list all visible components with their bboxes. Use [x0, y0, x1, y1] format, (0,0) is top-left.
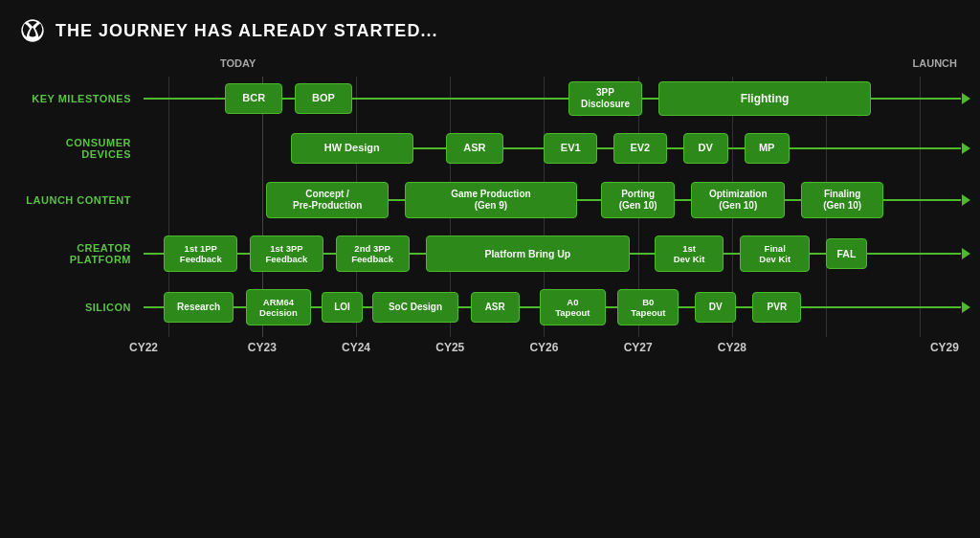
- header: THE JOURNEY HAS ALREADY STARTED...: [19, 17, 961, 44]
- axis-cy22: CY22: [129, 341, 158, 354]
- milestone-optimization: Optimization(Gen 10): [691, 182, 785, 218]
- milestone-arm64-decision: ARM64Decision: [246, 289, 311, 325]
- milestone-porting: Porting(Gen 10): [601, 182, 675, 218]
- milestone-asr-cd: ASR: [446, 133, 503, 164]
- axis-cy27: CY27: [624, 341, 653, 354]
- milestone-ev1: EV1: [544, 133, 597, 164]
- axis-cy29: CY29: [930, 341, 959, 354]
- milestone-b0-tapeout: B0Tapeout: [617, 289, 679, 325]
- row-silicon: SILICON Research ARM64Decision LOI SoC D…: [144, 283, 961, 331]
- row-key-milestones: KEY MILESTONES BCR BOP 3PPDisclosure Fli…: [144, 77, 961, 121]
- milestone-1st-3pp-feedback: 1st 3PPFeedback: [250, 235, 323, 272]
- milestone-research: Research: [164, 292, 234, 323]
- today-label: TODAY: [220, 57, 256, 69]
- milestone-soc-design: SoC Design: [372, 292, 458, 323]
- bottom-axis: CY22 CY23 CY24 CY25 CY26 CY27 CY28 CY29: [144, 341, 961, 358]
- label-consumer-devices: CONSUMER DEVICES: [19, 137, 139, 160]
- milestone-2nd-3pp-feedback: 2nd 3PPFeedback: [336, 235, 410, 272]
- milestone-pvr: PVR: [752, 292, 801, 323]
- xbox-logo-icon: [19, 17, 46, 44]
- milestone-3pp-disclosure: 3PPDisclosure: [568, 81, 642, 116]
- axis-cy26: CY26: [529, 341, 558, 354]
- milestone-loi: LOI: [322, 292, 363, 323]
- milestone-flighting: Flighting: [658, 81, 871, 116]
- milestone-finaling: Finaling(Gen 10): [801, 182, 882, 218]
- axis-cy23: CY23: [248, 341, 277, 354]
- milestone-bop: BOP: [295, 83, 352, 114]
- label-silicon: SILICON: [19, 302, 139, 313]
- milestone-platform-bring-up: Platform Bring Up: [426, 235, 631, 272]
- axis-cy24: CY24: [342, 341, 370, 354]
- milestone-dv-si: DV: [695, 292, 736, 323]
- axis-cy28: CY28: [718, 341, 746, 354]
- milestone-a0-tapeout: A0Tapeout: [540, 289, 605, 325]
- row-consumer-devices: CONSUMER DEVICES HW Design ASR EV1 EV2 D…: [144, 126, 961, 170]
- milestone-final-dev-kit: FinalDev Kit: [740, 235, 810, 272]
- launch-label: LAUNCH: [913, 57, 957, 69]
- row-launch-content: LAUNCH CONTENT Concept /Pre-Production G…: [144, 176, 961, 224]
- milestone-fal: FAL: [826, 238, 867, 269]
- milestone-hw-design: HW Design: [291, 133, 413, 164]
- milestone-1pp-feedback: 1st 1PPFeedback: [164, 235, 237, 272]
- milestone-bcr: BCR: [225, 83, 282, 114]
- milestone-game-production: Game Production(Gen 9): [405, 182, 576, 218]
- label-key-milestones: KEY MILESTONES: [19, 93, 139, 104]
- label-creator-platform: CREATOR PLATFORM: [19, 242, 139, 265]
- page-title: THE JOURNEY HAS ALREADY STARTED...: [56, 21, 437, 41]
- milestone-mp: MP: [745, 133, 790, 164]
- main-container: THE JOURNEY HAS ALREADY STARTED... TODAY…: [0, 0, 980, 538]
- row-creator-platform: CREATOR PLATFORM 1st 1PPFeedback 1st 3PP…: [144, 230, 961, 278]
- milestone-1st-dev-kit: 1stDev Kit: [655, 235, 724, 272]
- axis-cy25: CY25: [435, 341, 464, 354]
- milestone-concept: Concept /Pre-Production: [266, 182, 389, 218]
- milestone-dv-cd: DV: [683, 133, 728, 164]
- label-launch-content: LAUNCH CONTENT: [19, 194, 139, 206]
- milestone-asr-si: ASR: [471, 292, 520, 323]
- milestone-ev2: EV2: [613, 133, 667, 164]
